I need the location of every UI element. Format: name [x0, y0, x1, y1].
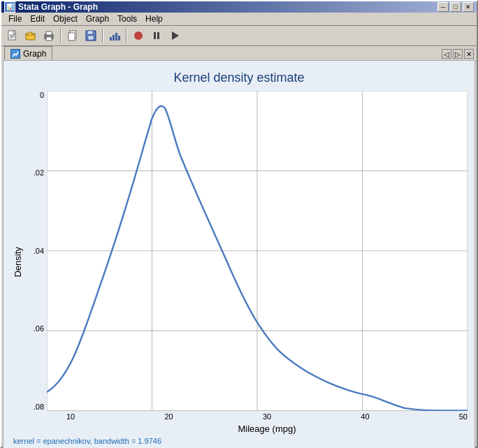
menu-tools[interactable]: Tools — [113, 13, 141, 25]
tab-graph-label: Graph — [23, 49, 46, 59]
x-tick-2: 30 — [263, 412, 271, 421]
x-tick-4: 50 — [459, 412, 468, 421]
tab-graph[interactable]: Graph — [4, 46, 52, 60]
tab-prev-button[interactable]: ◁ — [442, 49, 451, 59]
svg-rect-14 — [113, 35, 115, 41]
x-axis-label: Mileage (mpg) — [66, 424, 468, 434]
svg-rect-12 — [88, 36, 94, 40]
toolbar-copy[interactable] — [64, 27, 81, 44]
graph-area: Kernel density estimate Density .08 .06 … — [3, 60, 475, 448]
toolbar-new[interactable] — [4, 27, 21, 44]
y-axis-label: Density — [10, 91, 24, 434]
toolbar-print[interactable] — [41, 27, 57, 44]
svg-rect-16 — [118, 36, 120, 41]
plot-container: .08 .06 .04 .02 0 — [27, 91, 468, 434]
graph-title: Kernel density estimate — [10, 71, 468, 85]
tab-bar: Graph ◁ ▷ ✕ — [1, 46, 477, 60]
density-plot — [47, 91, 468, 411]
menu-bar: File Edit Object Graph Tools Help — [1, 13, 477, 26]
x-tick-0: 10 — [66, 412, 75, 421]
svg-rect-15 — [115, 33, 117, 41]
toolbar-sep3 — [126, 29, 127, 43]
y-tick-2: .04 — [34, 247, 44, 255]
title-bar-left: 📊 Stata Graph - Graph — [4, 1, 98, 13]
window-icon: 📊 — [4, 1, 15, 13]
y-tick-4: .08 — [34, 403, 44, 411]
footnote: kernel = epanechnikov, bandwidth = 1.974… — [13, 437, 468, 445]
close-button[interactable]: ✕ — [463, 2, 474, 12]
graph-plot-area: Density .08 .06 .04 .02 0 — [10, 91, 468, 434]
toolbar-sep1 — [60, 29, 61, 43]
tab-nav: ◁ ▷ ✕ — [442, 49, 474, 59]
tab-graph-icon — [10, 49, 20, 59]
y-tick-labels: .08 .06 .04 .02 0 — [27, 91, 47, 411]
plot-with-yaxis: .08 .06 .04 .02 0 — [27, 91, 468, 411]
svg-rect-18 — [154, 32, 156, 39]
y-tick-1: .02 — [34, 168, 44, 177]
menu-edit[interactable]: Edit — [26, 13, 49, 25]
svg-rect-19 — [157, 32, 159, 39]
svg-rect-9 — [68, 33, 75, 41]
tab-close-button[interactable]: ✕ — [464, 49, 474, 59]
svg-rect-13 — [110, 37, 112, 41]
svg-rect-11 — [87, 31, 93, 34]
toolbar-sep2 — [102, 29, 103, 43]
svg-rect-6 — [46, 31, 52, 35]
tab-next-button[interactable]: ▷ — [453, 49, 463, 59]
svg-point-17 — [134, 31, 143, 40]
x-tick-1: 20 — [164, 412, 173, 421]
menu-graph[interactable]: Graph — [82, 13, 113, 25]
toolbar — [1, 26, 477, 46]
maximize-button[interactable]: □ — [450, 2, 461, 12]
y-tick-3: .06 — [34, 324, 44, 333]
toolbar-open[interactable] — [22, 27, 39, 44]
menu-help[interactable]: Help — [141, 13, 167, 25]
title-bar-buttons: ─ □ ✕ — [437, 2, 474, 12]
menu-object[interactable]: Object — [49, 13, 82, 25]
toolbar-chart[interactable] — [106, 27, 123, 44]
toolbar-play[interactable] — [166, 27, 183, 44]
toolbar-save[interactable] — [82, 27, 99, 44]
x-tick-labels: 10 20 30 40 50 — [66, 411, 468, 422]
minimize-button[interactable]: ─ — [437, 2, 449, 12]
svg-marker-20 — [172, 31, 179, 40]
x-ticks-row: 10 20 30 40 50 — [66, 411, 468, 422]
window-title: Stata Graph - Graph — [18, 2, 98, 12]
main-window: 📊 Stata Graph - Graph ─ □ ✕ File Edit Ob… — [0, 0, 478, 448]
title-bar: 📊 Stata Graph - Graph ─ □ ✕ — [1, 1, 477, 13]
svg-rect-7 — [46, 37, 52, 41]
x-tick-3: 40 — [361, 412, 369, 421]
toolbar-stop[interactable] — [130, 27, 147, 44]
y-tick-0: 0 — [40, 91, 44, 99]
toolbar-pause[interactable] — [148, 27, 165, 44]
menu-file[interactable]: File — [4, 13, 26, 25]
